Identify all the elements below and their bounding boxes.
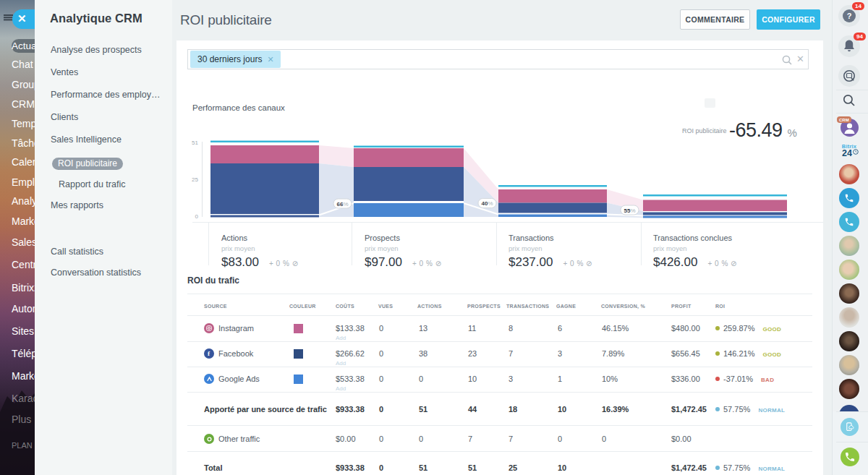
svg-text:40%: 40% — [481, 200, 493, 207]
svg-text:66%: 66% — [336, 201, 348, 207]
svg-text:51: 51 — [192, 140, 198, 146]
svg-text:0: 0 — [195, 213, 199, 220]
svg-text:55%: 55% — [624, 207, 635, 214]
svg-text:25: 25 — [192, 176, 198, 183]
